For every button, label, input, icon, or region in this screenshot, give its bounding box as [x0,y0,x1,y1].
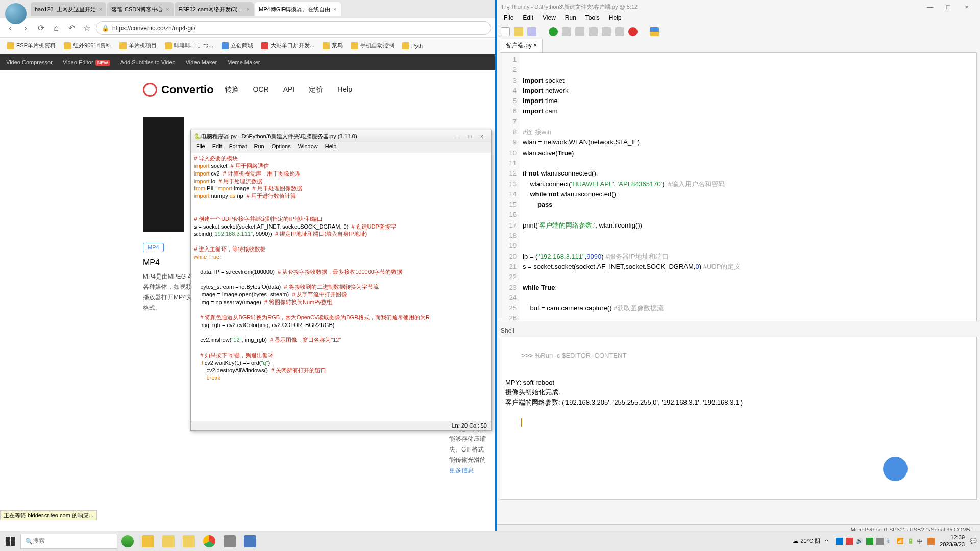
forward-button[interactable]: › [19,22,32,34]
taskbar-clock[interactable]: 12:39 2023/9/23 [940,534,965,547]
bookmark[interactable]: Pyth [399,41,426,51]
bookmark[interactable]: 菜鸟 [320,41,346,51]
editor-tab[interactable]: 客户端.py × [500,39,543,52]
menu-item[interactable]: Edit [519,13,537,24]
chrome-icon[interactable] [200,532,218,550]
title-bar[interactable]: 🐍 电脑程序器.py - D:\Python3\新建文件夹\电脑服务器.py (… [191,130,491,142]
open-file-button[interactable] [514,27,523,36]
toolbar-link[interactable]: Add Subtitles to Video [120,59,176,65]
nav-link[interactable]: OCR [253,85,269,94]
system-tray: ☁ 20°C 阴 ^ 🔊 ᛒ 📶 🔋 中 12:39 2023/9/23 💬 [793,534,980,547]
browser-tab-active[interactable]: MP4轉GIF轉換器。在线自由× [255,2,340,16]
menu-item[interactable]: Edit [209,142,225,153]
bookmark[interactable]: ESP单片机资料 [4,41,59,51]
ukraine-flag-icon[interactable] [650,27,659,36]
menu-item[interactable]: Run [561,13,580,24]
task-icon[interactable] [220,532,239,550]
battery-icon[interactable]: 🔋 [907,538,914,545]
bookmark[interactable]: 大彩单口屏开发... [258,41,317,51]
minimize-button[interactable]: — [921,3,939,11]
code-editor[interactable]: # 导入必要的模块import socket # 用于网络通信import cv… [191,153,491,418]
minimize-button[interactable]: — [451,133,463,139]
tray-chevron-icon[interactable]: ^ [825,538,832,545]
menu-item[interactable]: Help [605,13,626,24]
bookmark[interactable]: 啡啡啡「'」つ... [162,41,216,51]
toolbar-link[interactable]: Video EditorNEW [63,59,110,65]
ime-icon[interactable]: 中 [917,538,924,545]
task-icon[interactable] [139,532,157,550]
reload-button[interactable]: ⟳ [35,22,47,34]
run-button[interactable] [549,27,558,36]
debug-step-button[interactable] [562,27,571,36]
browser-tab[interactable]: ESP32-cam网络开发(3)---× [175,2,254,16]
menu-item[interactable]: Window [295,142,321,153]
step-out-button[interactable] [602,27,611,36]
close-icon[interactable]: × [99,6,102,12]
tray-icon[interactable] [846,538,853,545]
code-area[interactable]: import socketimport networkimport timeim… [520,53,976,321]
bluetooth-icon[interactable]: ᛒ [887,538,894,545]
title-bar[interactable]: Tҧ Thonny - D:\Python3\新建文件夹\客户端.py @ 5:… [497,0,980,13]
shell-cursor [521,418,522,427]
tray-icon[interactable] [876,538,884,545]
close-icon[interactable]: × [166,6,169,12]
toolbar-link[interactable]: Video Maker [186,59,217,65]
maximize-button[interactable]: □ [939,3,958,11]
wifi-icon[interactable]: 📶 [897,538,904,545]
toolbar-link[interactable]: Meme Maker [227,59,260,65]
nav-link[interactable]: API [283,85,295,94]
taskbar-search[interactable]: 🔍 搜索 [20,534,117,549]
undo-icon[interactable]: ↶ [65,22,78,34]
toolbar-link[interactable]: Video Compressor [6,59,53,65]
profile-avatar[interactable] [5,3,27,24]
menu-item[interactable]: Format [226,142,250,153]
browser-tab[interactable]: 落笔-CSDN博客中心× [107,2,173,16]
url-input[interactable]: 🔒https://convertio.co/zh/mp4-gif/ [96,21,491,35]
tray-icon[interactable] [866,538,873,545]
site-logo[interactable]: Convertio [143,83,214,97]
chat-bubble-button[interactable] [883,457,908,481]
step-over-button[interactable] [575,27,584,36]
task-icon[interactable] [180,532,198,550]
task-icon[interactable] [118,532,137,550]
new-file-button[interactable] [501,27,510,36]
menu-item[interactable]: Run [251,142,267,153]
weather-widget[interactable]: ☁ 20°C 阴 [793,537,820,545]
close-icon[interactable]: × [333,6,336,12]
bookmark[interactable]: 手机自动控制 [348,41,397,51]
menu-item[interactable]: File [500,13,518,24]
start-button[interactable] [0,531,20,552]
star-icon[interactable]: ☆ [81,22,93,34]
nav-link[interactable]: 转换 [225,85,239,94]
save-button[interactable] [527,27,536,36]
stop-button[interactable] [628,27,638,36]
menu-item[interactable]: Tools [581,13,604,24]
home-button[interactable]: ⌂ [50,22,62,34]
menu-item[interactable]: View [538,13,560,24]
notifications-icon[interactable]: 💬 [970,538,977,544]
nav-link[interactable]: 定价 [309,85,323,94]
video-preview [143,117,184,232]
shell-header: Shell [497,324,980,337]
maximize-button[interactable]: □ [463,133,476,139]
menu-item[interactable]: File [193,142,208,153]
onedrive-icon[interactable] [836,538,843,545]
menu-item[interactable]: Options [268,142,294,153]
idle-task-icon[interactable] [241,532,259,550]
more-link[interactable]: 更多信息 [449,465,486,475]
resume-button[interactable] [615,27,624,36]
close-button[interactable]: × [476,133,488,139]
code-editor[interactable]: 1234567891011121314151617181920212223242… [500,52,977,321]
bookmark[interactable]: 立创商城 [218,41,256,51]
close-icon[interactable]: × [247,6,250,12]
bookmark[interactable]: 单片机项目 [116,41,160,51]
tray-icon[interactable] [927,538,935,545]
step-into-button[interactable] [589,27,598,36]
menu-item[interactable]: Help [322,142,340,153]
close-button[interactable]: × [958,3,976,11]
volume-icon[interactable]: 🔊 [856,538,863,545]
browser-tab[interactable]: hao123_上网从这里开始× [31,2,106,16]
task-icon[interactable] [159,532,178,550]
nav-link[interactable]: Help [337,85,352,94]
bookmark[interactable]: 红外90614资料 [61,41,114,51]
